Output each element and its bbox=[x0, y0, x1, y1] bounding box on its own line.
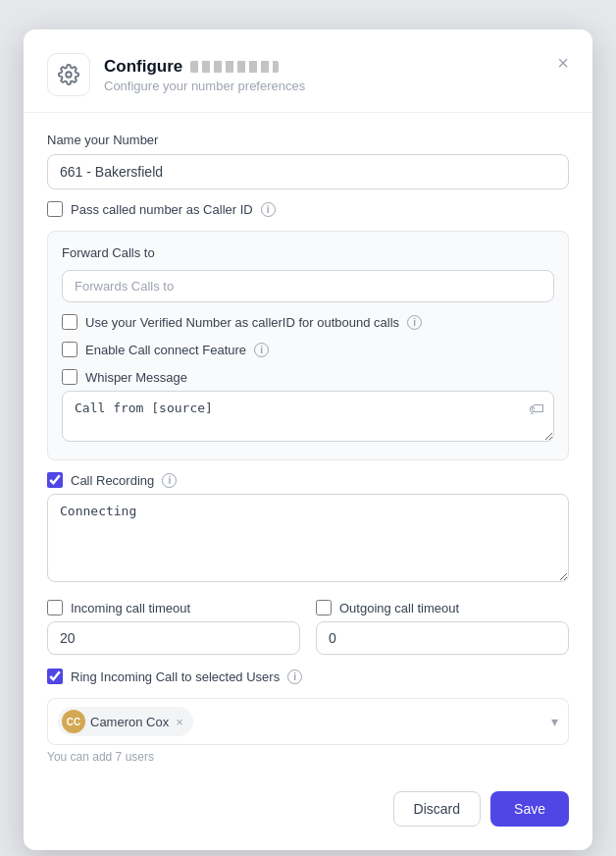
timeout-row: Incoming call timeout Outgoing call time… bbox=[47, 600, 569, 655]
title-decoration bbox=[190, 61, 279, 73]
avatar: CC bbox=[62, 710, 85, 733]
caller-id-row: Pass called number as Caller ID i bbox=[47, 201, 569, 217]
modal-subtitle: Configure your number preferences bbox=[104, 79, 569, 93]
call-connect-label[interactable]: Enable Call connect Feature bbox=[85, 343, 246, 357]
verified-number-checkbox[interactable] bbox=[62, 314, 77, 330]
incoming-timeout-input[interactable] bbox=[47, 621, 300, 655]
incoming-timeout-col: Incoming call timeout bbox=[47, 600, 300, 655]
forward-calls-box: Forward Calls to Use your Verified Numbe… bbox=[47, 231, 569, 460]
call-connect-info-icon[interactable]: i bbox=[254, 343, 269, 357]
modal-title-block: Configure Configure your number preferen… bbox=[104, 57, 569, 93]
forward-label: Forward Calls to bbox=[62, 245, 554, 260]
gear-icon bbox=[47, 53, 90, 96]
user-name: Cameron Cox bbox=[90, 715, 169, 729]
ring-users-checkbox[interactable] bbox=[47, 669, 63, 684]
ring-users-box[interactable]: CC Cameron Cox × ▾ bbox=[47, 698, 569, 745]
outgoing-timeout-input[interactable] bbox=[316, 621, 569, 655]
whisper-row: Whisper Message bbox=[62, 369, 554, 385]
call-recording-info-icon[interactable]: i bbox=[162, 473, 177, 488]
ring-users-info-icon[interactable]: i bbox=[287, 669, 302, 684]
whisper-checkbox[interactable] bbox=[62, 369, 77, 385]
outgoing-timeout-checkbox[interactable] bbox=[316, 600, 332, 615]
ring-users-row: Ring Incoming Call to selected Users i bbox=[47, 669, 569, 684]
whisper-textarea[interactable]: Call from [source] bbox=[62, 391, 554, 442]
caller-id-info-icon[interactable]: i bbox=[261, 202, 276, 217]
remove-user-button[interactable]: × bbox=[176, 715, 183, 729]
svg-point-0 bbox=[66, 72, 72, 78]
call-recording-textarea[interactable]: Connecting bbox=[47, 494, 569, 582]
caller-id-checkbox[interactable] bbox=[47, 201, 63, 217]
whisper-label[interactable]: Whisper Message bbox=[85, 370, 187, 385]
user-hint: You can add 7 users bbox=[47, 750, 569, 764]
outgoing-timeout-label[interactable]: Outgoing call timeout bbox=[339, 601, 459, 615]
save-button[interactable]: Save bbox=[490, 791, 569, 827]
outgoing-timeout-row: Outgoing call timeout bbox=[316, 600, 569, 615]
modal-title: Configure bbox=[104, 57, 569, 77]
tag-icon[interactable]: 🏷 bbox=[529, 401, 544, 418]
call-connect-checkbox[interactable] bbox=[62, 342, 77, 357]
whisper-textarea-wrap: Call from [source] 🏷 bbox=[62, 391, 554, 446]
configure-modal: Configure Configure your number preferen… bbox=[24, 29, 592, 850]
name-label: Name your Number bbox=[47, 133, 569, 147]
verified-number-label[interactable]: Use your Verified Number as callerID for… bbox=[85, 315, 399, 330]
modal-footer: Discard Save bbox=[24, 772, 592, 827]
modal-header: Configure Configure your number preferen… bbox=[24, 29, 592, 113]
verified-number-row: Use your Verified Number as callerID for… bbox=[62, 314, 554, 330]
forward-input[interactable] bbox=[62, 270, 554, 302]
name-input[interactable] bbox=[47, 154, 569, 189]
discard-button[interactable]: Discard bbox=[393, 791, 481, 827]
call-recording-row: Call Recording i bbox=[47, 472, 569, 488]
call-recording-checkbox[interactable] bbox=[47, 472, 63, 488]
call-connect-row: Enable Call connect Feature i bbox=[62, 342, 554, 357]
ring-users-label[interactable]: Ring Incoming Call to selected Users bbox=[71, 669, 280, 684]
user-tag: CC Cameron Cox × bbox=[58, 707, 193, 736]
modal-body: Name your Number Pass called number as C… bbox=[24, 113, 592, 764]
outgoing-timeout-col: Outgoing call timeout bbox=[316, 600, 569, 655]
incoming-timeout-checkbox[interactable] bbox=[47, 600, 63, 615]
verified-number-info-icon[interactable]: i bbox=[407, 315, 422, 330]
call-recording-label[interactable]: Call Recording bbox=[71, 473, 154, 488]
close-button[interactable]: × bbox=[553, 49, 573, 77]
chevron-down-icon: ▾ bbox=[551, 714, 558, 729]
incoming-timeout-row: Incoming call timeout bbox=[47, 600, 300, 615]
incoming-timeout-label[interactable]: Incoming call timeout bbox=[71, 601, 190, 615]
caller-id-label[interactable]: Pass called number as Caller ID bbox=[71, 202, 253, 217]
